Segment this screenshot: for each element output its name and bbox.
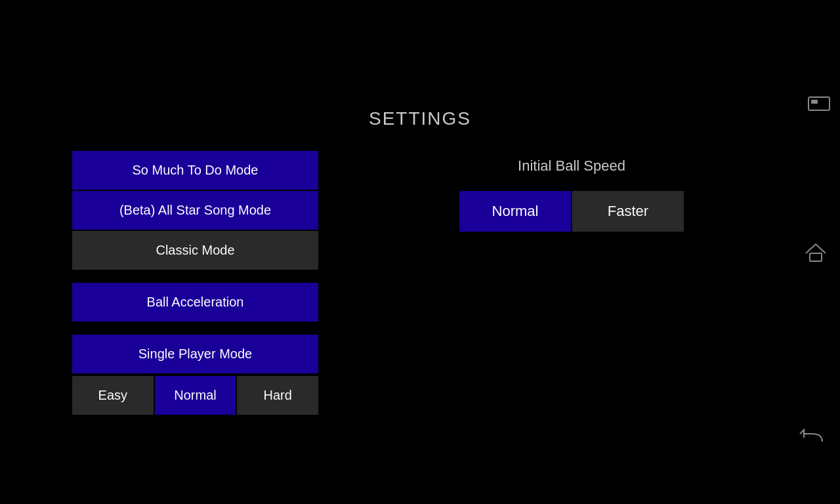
speed-faster-button[interactable]: Faster xyxy=(572,191,684,232)
back-icon[interactable] xyxy=(799,429,824,452)
difficulty-normal-button[interactable]: Normal xyxy=(155,376,236,415)
difficulty-hard-button[interactable]: Hard xyxy=(237,376,318,415)
initial-ball-speed-label: Initial Ball Speed xyxy=(518,158,625,175)
speed-options-row: Normal Faster xyxy=(459,191,684,232)
home-icon[interactable] xyxy=(805,243,827,267)
recent-apps-icon[interactable] xyxy=(807,95,831,116)
classic-mode-button[interactable]: Classic Mode xyxy=(72,231,318,270)
beta-all-star-button[interactable]: (Beta) All Star Song Mode xyxy=(72,191,318,230)
so-much-to-do-button[interactable]: So Much To Do Mode xyxy=(72,151,318,190)
ball-acceleration-button[interactable]: Ball Acceleration xyxy=(72,283,318,322)
left-panel: So Much To Do Mode (Beta) All Star Song … xyxy=(72,151,318,415)
speed-normal-button[interactable]: Normal xyxy=(459,191,571,232)
difficulty-easy-button[interactable]: Easy xyxy=(72,376,154,415)
right-panel: Initial Ball Speed Normal Faster xyxy=(459,158,684,232)
single-player-mode-button[interactable]: Single Player Mode xyxy=(72,335,318,373)
page-title: SETTINGS xyxy=(369,108,471,129)
svg-rect-0 xyxy=(808,97,830,110)
difficulty-row: Easy Normal Hard xyxy=(72,376,318,415)
svg-rect-2 xyxy=(810,253,822,261)
svg-rect-1 xyxy=(811,100,818,104)
